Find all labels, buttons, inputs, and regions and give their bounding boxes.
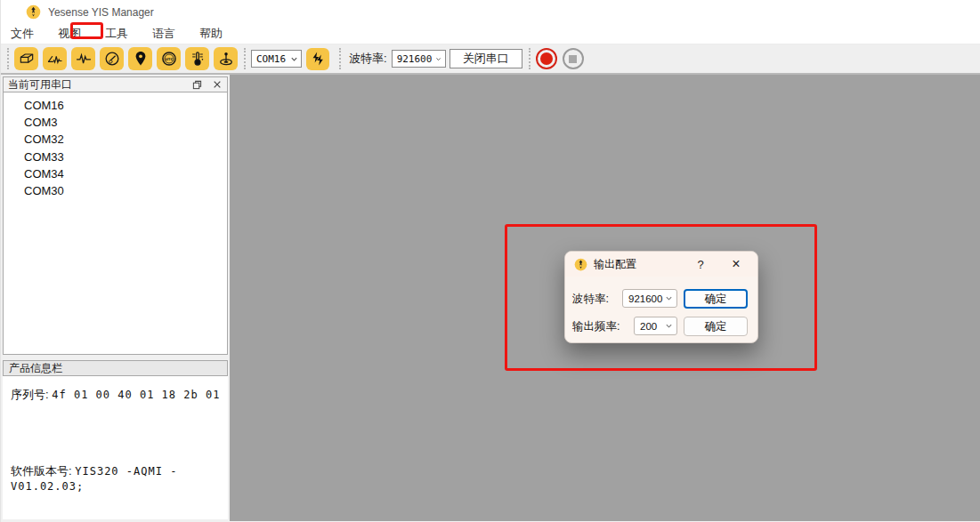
window-title: Yesense YIS Manager bbox=[48, 6, 154, 19]
chevron-down-icon bbox=[665, 322, 673, 330]
toolbar-grip[interactable] bbox=[7, 48, 11, 69]
gauge-icon bbox=[103, 50, 121, 68]
toolbar-grip[interactable] bbox=[244, 48, 247, 69]
info-panel-header: 产品信息栏 bbox=[3, 360, 228, 376]
chevron-down-icon bbox=[665, 294, 673, 302]
menu-help[interactable]: 帮助 bbox=[190, 24, 232, 44]
refresh-bolts-icon bbox=[309, 50, 327, 68]
toolbar: UTC COM16 波特率: 921600 关闭串口 bbox=[1, 44, 980, 75]
gps-location-button[interactable] bbox=[128, 47, 152, 70]
float-panel-icon[interactable] bbox=[191, 79, 203, 91]
port-list-item[interactable]: COM34 bbox=[4, 165, 227, 182]
ports-panel-titlebar: 当前可用串口 bbox=[3, 76, 228, 92]
chevron-down-icon bbox=[435, 55, 441, 63]
stop-icon bbox=[569, 55, 577, 63]
output-config-dialog: 输出配置 ? × 波特率: 921600 确定 输出频率: 200 确定 bbox=[564, 251, 758, 343]
waveform-button[interactable] bbox=[71, 47, 95, 70]
3d-view-button[interactable] bbox=[14, 47, 38, 70]
dialog-close-button[interactable]: × bbox=[727, 255, 745, 273]
yesense-logo-icon bbox=[574, 258, 587, 271]
dialog-baud-value: 921600 bbox=[628, 293, 662, 304]
port-list-item[interactable]: COM30 bbox=[4, 182, 227, 199]
dialog-frequency-label: 输出频率: bbox=[572, 319, 620, 334]
software-version-line: 软件版本号: YIS320 -AQMI -V01.02.03; bbox=[11, 463, 228, 493]
close-panel-icon[interactable] bbox=[211, 79, 223, 91]
record-button[interactable] bbox=[536, 48, 557, 69]
dialog-baud-label: 波特率: bbox=[572, 292, 609, 307]
stop-button[interactable] bbox=[563, 48, 584, 69]
dialog-title: 输出配置 bbox=[594, 257, 636, 272]
dialog-frequency-select[interactable]: 200 bbox=[634, 317, 677, 335]
port-select-value: COM16 bbox=[256, 53, 286, 65]
port-list-item[interactable]: COM16 bbox=[4, 97, 227, 114]
refresh-ports-button[interactable] bbox=[306, 48, 329, 70]
ports-panel-title: 当前可用串口 bbox=[8, 77, 72, 92]
utc-clock-icon: UTC bbox=[160, 50, 178, 68]
svg-text:UTC: UTC bbox=[165, 57, 173, 61]
dialog-titlebar: 输出配置 ? × bbox=[565, 252, 757, 277]
info-panel-title: 产品信息栏 bbox=[9, 361, 62, 376]
software-version-label: 软件版本号: bbox=[11, 464, 72, 478]
app-window: Yesense YIS Manager 文件 视图 工具 语言 帮助 UTC bbox=[0, 0, 980, 522]
info-panel-body: 序列号: 4f 01 00 40 01 18 2b 01 软件版本号: YIS3… bbox=[3, 376, 228, 519]
gauge-button[interactable] bbox=[100, 47, 124, 70]
angle-waveform-icon bbox=[46, 50, 64, 68]
baud-rate-value: 921600 bbox=[397, 53, 433, 65]
menu-view[interactable]: 视图 bbox=[48, 24, 91, 44]
baud-rate-select[interactable]: 921600 bbox=[392, 50, 446, 68]
location-pin-icon bbox=[132, 50, 150, 68]
dialog-baud-select[interactable]: 921600 bbox=[622, 289, 677, 308]
content-area: 当前可用串口 COM16 COM3 COM32 COM33 COM34 COM3… bbox=[1, 75, 980, 521]
dialog-baud-ok-button[interactable]: 确定 bbox=[684, 289, 748, 309]
serial-number-value: 4f 01 00 40 01 18 2b 01 bbox=[52, 389, 220, 401]
waveform-icon bbox=[75, 50, 93, 68]
port-list-item[interactable]: COM3 bbox=[4, 114, 227, 131]
attitude-curve-button[interactable] bbox=[43, 47, 67, 70]
temperature-button[interactable] bbox=[185, 47, 209, 70]
serial-number-label: 序列号: bbox=[11, 388, 49, 401]
magnetometer-probe-icon bbox=[217, 50, 235, 68]
toolbar-grip[interactable] bbox=[529, 48, 532, 69]
baud-rate-label: 波特率: bbox=[349, 51, 387, 67]
yesense-logo-icon bbox=[26, 4, 41, 20]
title-bar: Yesense YIS Manager bbox=[1, 0, 980, 24]
dialog-frequency-ok-button[interactable]: 确定 bbox=[684, 317, 748, 336]
port-list-item[interactable]: COM33 bbox=[4, 149, 227, 165]
menu-tools[interactable]: 工具 bbox=[95, 24, 138, 44]
record-icon bbox=[540, 52, 553, 65]
menu-bar: 文件 视图 工具 语言 帮助 bbox=[1, 24, 980, 44]
port-list-item[interactable]: COM32 bbox=[4, 131, 227, 148]
port-select[interactable]: COM16 bbox=[251, 50, 302, 68]
port-list: COM16 COM3 COM32 COM33 COM34 COM30 bbox=[3, 92, 228, 355]
chevron-down-icon bbox=[290, 55, 298, 63]
utc-time-button[interactable]: UTC bbox=[157, 47, 181, 70]
toolbar-grip[interactable] bbox=[339, 48, 343, 69]
thermometer-icon bbox=[189, 50, 207, 68]
dialog-help-button[interactable]: ? bbox=[692, 256, 709, 272]
serial-number-line: 序列号: 4f 01 00 40 01 18 2b 01 bbox=[11, 387, 220, 403]
3d-cube-icon bbox=[18, 50, 36, 68]
menu-file[interactable]: 文件 bbox=[1, 24, 44, 44]
dialog-frequency-value: 200 bbox=[640, 321, 657, 332]
magnetometer-button[interactable] bbox=[214, 47, 238, 70]
menu-language[interactable]: 语言 bbox=[142, 24, 185, 44]
close-serial-button[interactable]: 关闭串口 bbox=[450, 49, 522, 68]
left-dock: 当前可用串口 COM16 COM3 COM32 COM33 COM34 COM3… bbox=[1, 75, 230, 521]
